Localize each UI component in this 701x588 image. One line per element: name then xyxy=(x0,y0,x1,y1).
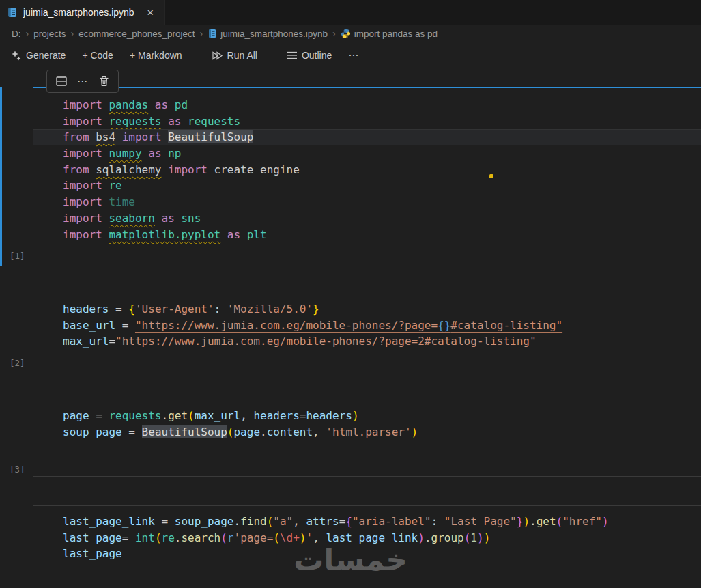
code-token: . xyxy=(233,515,240,528)
execution-count-2: [2] xyxy=(10,358,25,368)
code-token: ) xyxy=(412,425,418,438)
code-token: soup_page xyxy=(175,515,234,528)
code-line[interactable]: import re xyxy=(33,178,701,194)
cell-action-toolbar: ⋯ xyxy=(46,70,119,93)
code-token: attrs xyxy=(306,515,339,528)
notebook-file-icon xyxy=(7,7,18,18)
code-line[interactable]: import numpy as np xyxy=(33,145,701,162)
breadcrumb-projects[interactable]: projects xyxy=(33,29,66,39)
python-icon xyxy=(341,29,351,39)
code-line[interactable]: import time xyxy=(33,194,701,210)
code-token: max_url xyxy=(195,409,240,422)
code-token: requests xyxy=(109,115,161,128)
breadcrumb-separator: › xyxy=(332,28,336,39)
code-line[interactable]: base_url = "https://www.jumia.com.eg/mob… xyxy=(33,318,701,334)
code-token: seaborn xyxy=(109,212,154,225)
code-line[interactable]: import requests as requests xyxy=(33,113,701,130)
breadcrumb-file[interactable]: juimia_smartphones.ipynb xyxy=(208,29,328,39)
code-token: , xyxy=(240,409,253,422)
code-token: import xyxy=(168,163,208,176)
run-all-icon xyxy=(212,51,223,61)
code-token: 'html.parser' xyxy=(326,425,411,438)
code-line[interactable]: import seaborn as sns xyxy=(33,210,701,227)
add-markdown-cell-button[interactable]: + Markdown xyxy=(125,47,187,64)
code-token: import xyxy=(122,130,162,143)
notebook-toolbar: Generate + Code + Markdown Run All xyxy=(0,42,701,68)
code-token: np xyxy=(168,147,181,160)
code-token: as xyxy=(142,147,169,160)
code-line[interactable]: last_page_link = soup_page.find("a", att… xyxy=(33,514,701,530)
breadcrumb-separator: › xyxy=(199,28,203,39)
execution-count-1: [1] xyxy=(10,251,25,261)
code-token: } xyxy=(517,515,524,528)
code-token: = xyxy=(109,303,128,316)
code-token: ulSoup xyxy=(214,130,254,143)
code-token: : xyxy=(214,303,227,316)
code-token: #catalog-listing" xyxy=(450,319,562,332)
generate-button[interactable]: Generate xyxy=(6,47,70,64)
code-token: plt xyxy=(247,228,267,241)
code-line[interactable]: from sqlalchemy import create_engine xyxy=(33,162,701,178)
code-token: ( xyxy=(267,515,274,528)
code-token: { xyxy=(345,515,352,528)
code-token: ) xyxy=(523,515,530,528)
execution-count-3: [3] xyxy=(10,464,25,475)
code-token: = xyxy=(109,335,115,348)
code-line[interactable]: soup_page = BeautifulSoup(page.content, … xyxy=(33,424,701,440)
code-area: import pandas as pdimport requests as re… xyxy=(33,88,701,242)
run-all-button[interactable]: Run All xyxy=(207,47,262,64)
code-token: headers xyxy=(306,409,352,422)
code-token: pandas xyxy=(109,98,148,111)
delete-cell-icon[interactable] xyxy=(99,76,109,87)
code-cell-3[interactable]: page = requests.get(max_url, headers=hea… xyxy=(33,400,701,477)
tab-juimia-smartphones[interactable]: juimia_smartphones.ipynb ✕ xyxy=(0,0,165,25)
code-cell-2[interactable]: headers = {'User-Agent': 'Mozilla/5.0'}b… xyxy=(33,294,701,372)
toolbar-divider xyxy=(272,50,272,61)
code-line[interactable]: page = requests.get(max_url, headers=hea… xyxy=(33,408,701,424)
toolbar-more-icon[interactable]: ⋯ xyxy=(343,46,364,64)
code-token: create_engine xyxy=(214,163,300,176)
code-token: sns xyxy=(181,212,201,225)
outline-button[interactable]: Outline xyxy=(282,47,337,64)
yellow-dot-indicator xyxy=(489,174,493,178)
code-token: "https://www.jumia.com.eg/mobile-phones/… xyxy=(115,335,537,348)
code-area: page = requests.get(max_url, headers=hea… xyxy=(33,400,701,440)
code-token: import xyxy=(63,195,109,208)
code-token: headers xyxy=(253,409,299,422)
code-token: requests xyxy=(188,115,240,128)
code-cell-1[interactable]: import pandas as pdimport requests as re… xyxy=(33,87,701,266)
focused-cell-indicator xyxy=(0,87,2,266)
code-token: last_page_link xyxy=(63,515,155,528)
breadcrumb-symbol[interactable]: import pandas as pd xyxy=(341,29,438,39)
code-token: = xyxy=(122,425,142,438)
add-code-cell-button[interactable]: + Code xyxy=(77,47,118,64)
code-token: from xyxy=(63,163,96,176)
code-token xyxy=(162,163,169,176)
code-line[interactable]: import pandas as pd xyxy=(33,97,701,113)
code-token xyxy=(115,130,122,143)
breadcrumb-drive[interactable]: D: xyxy=(12,29,21,39)
outline-icon xyxy=(287,51,298,60)
cell-more-actions-icon[interactable]: ⋯ xyxy=(77,75,89,87)
code-token: get xyxy=(168,409,188,422)
code-line[interactable]: max_url="https://www.jumia.com.eg/mobile… xyxy=(33,333,701,350)
split-cell-icon[interactable] xyxy=(56,76,67,86)
code-token: sqlalchemy xyxy=(96,163,161,176)
code-token: BeautifulSoup xyxy=(142,425,227,438)
code-token: import xyxy=(63,212,109,225)
code-token: , xyxy=(313,425,326,438)
breadcrumb-folder[interactable]: ecommerce_phones_project xyxy=(78,29,195,39)
tab-bar: juimia_smartphones.ipynb ✕ xyxy=(0,0,701,25)
code-line[interactable]: headers = {'User-Agent': 'Mozilla/5.0'} xyxy=(33,301,701,318)
code-token: soup_page xyxy=(63,425,122,438)
code-token: max_url xyxy=(63,335,109,348)
code-token: time xyxy=(109,195,135,208)
code-token: ) xyxy=(602,515,609,528)
code-token: . xyxy=(162,409,169,422)
code-token: as xyxy=(155,212,182,225)
code-line[interactable]: from bs4 import BeautifulSoup xyxy=(33,129,701,145)
tab-close-icon[interactable]: ✕ xyxy=(147,8,154,18)
code-line[interactable]: import matplotlib.pyplot as plt xyxy=(33,227,701,243)
code-token: as xyxy=(220,228,247,241)
code-token: "href" xyxy=(562,515,602,528)
